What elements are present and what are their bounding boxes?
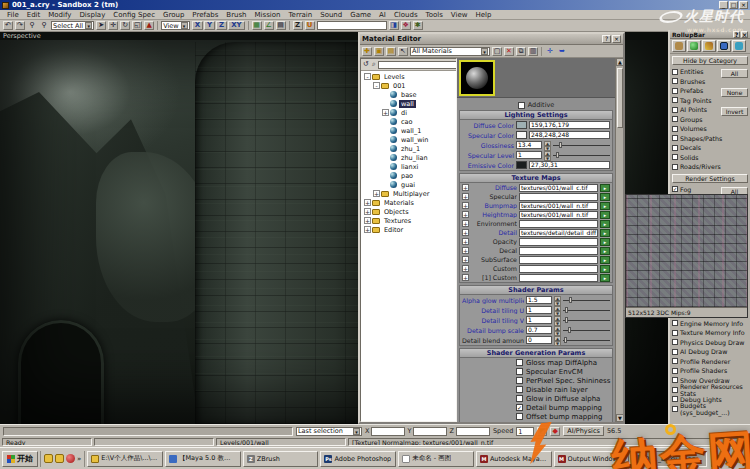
- checkbox-solids[interactable]: [672, 154, 678, 160]
- refresh-icon[interactable]: ↺: [362, 60, 370, 69]
- tree-item-zhu-lian[interactable]: zhu_lian: [361, 153, 456, 162]
- checkbox-profile-shaders[interactable]: [672, 368, 678, 374]
- menu-prefabs[interactable]: Prefabs: [188, 11, 222, 19]
- chevron-down-icon[interactable]: ▾: [181, 22, 188, 29]
- texture-maps-header[interactable]: Texture Maps: [460, 174, 612, 183]
- checkbox-roads-rivers[interactable]: [672, 164, 678, 170]
- realplayer-icon[interactable]: [66, 454, 75, 463]
- material-preview-thumbnail[interactable]: [459, 60, 495, 96]
- map-path-field[interactable]: [519, 238, 598, 246]
- taskbar-button-output-window[interactable]: MOutput Window: [554, 451, 630, 467]
- checkbox-perpixel-spec-shininess[interactable]: [516, 377, 523, 384]
- color-swatch[interactable]: [516, 161, 527, 169]
- load-material-icon[interactable]: ▤: [386, 47, 396, 56]
- browse-button[interactable]: ▸: [600, 256, 610, 264]
- spinner[interactable]: ▲▼: [554, 296, 561, 304]
- prop-value[interactable]: 27,30,31: [529, 161, 610, 169]
- snap-grid-icon[interactable]: ▦: [252, 21, 262, 30]
- spinner[interactable]: ▲▼: [544, 151, 551, 159]
- checkbox-engine-memory-info[interactable]: [672, 320, 678, 326]
- minimize-icon[interactable]: _: [719, 1, 728, 9]
- map-expander-icon[interactable]: +: [462, 265, 469, 272]
- spin-down-icon[interactable]: ▼: [554, 341, 561, 346]
- browse-button[interactable]: ▸: [600, 238, 610, 246]
- slider-thumb[interactable]: [568, 327, 571, 333]
- tab-terrain[interactable]: [687, 40, 701, 52]
- slider-thumb[interactable]: [556, 152, 559, 158]
- prop-slider[interactable]: [553, 151, 610, 159]
- map-expander-icon[interactable]: +: [462, 256, 469, 263]
- map-path-field[interactable]: [519, 220, 598, 228]
- tray-icon[interactable]: [716, 455, 724, 463]
- checkbox-groups[interactable]: [672, 116, 678, 122]
- axis-field-x[interactable]: [371, 427, 405, 436]
- unlink-icon[interactable]: ⚲: [39, 21, 49, 30]
- spinner[interactable]: ▲▼: [544, 141, 551, 149]
- slider-thumb[interactable]: [559, 142, 562, 148]
- tree-expander-icon[interactable]: -: [364, 73, 371, 80]
- viewport-label[interactable]: Perspective: [3, 32, 41, 40]
- tray-icon[interactable]: [726, 455, 734, 463]
- checkbox-fog[interactable]: ✓: [672, 186, 678, 192]
- select-arrow-icon[interactable]: ➤: [96, 21, 106, 30]
- spinner[interactable]: ▲▼: [554, 336, 561, 344]
- axis-field-z[interactable]: [456, 427, 490, 436]
- taskbar-button-item[interactable]: 未命名 - 画图: [398, 451, 474, 467]
- param-value[interactable]: 1: [526, 316, 552, 324]
- spinner[interactable]: ▲▼: [554, 326, 561, 334]
- folder-icon[interactable]: [55, 454, 64, 463]
- checkbox-ai-points[interactable]: [672, 107, 678, 113]
- folder-icon[interactable]: [44, 454, 53, 463]
- browse-button[interactable]: ▸: [600, 274, 610, 282]
- map-expander-icon[interactable]: +: [462, 184, 469, 191]
- map-path-field[interactable]: [519, 193, 598, 201]
- axis-y-button[interactable]: Y: [204, 21, 215, 30]
- hide-by-category-button[interactable]: Hide by Category: [672, 56, 748, 65]
- axis-xy-button[interactable]: XY: [228, 21, 244, 30]
- taskbar-button-001-a-cry-sandb[interactable]: 001_a.cry - Sandb...: [631, 451, 707, 467]
- all-button[interactable]: All: [721, 69, 748, 78]
- param-slider[interactable]: [563, 336, 610, 344]
- taskbar-button-maya-5-0[interactable]: 【Maya 5.0 教程】...: [165, 451, 241, 467]
- checkbox-budgets-sys-budget[interactable]: [672, 406, 678, 412]
- tree-expander-icon[interactable]: -: [373, 82, 380, 89]
- tree-item-zhu-1[interactable]: zhu_1: [361, 144, 456, 153]
- taskbar-button-autodesk-maya-2008[interactable]: MAutodesk Maya 2008: [476, 451, 552, 467]
- map-path-field[interactable]: [519, 256, 598, 264]
- taskbar-button-zbrush[interactable]: ZZBrush: [243, 451, 319, 467]
- menu-sound[interactable]: Sound: [316, 11, 346, 19]
- rollupbar-titlebar[interactable]: RollupBar ?×: [670, 30, 750, 39]
- tree-expander-icon[interactable]: +: [373, 190, 380, 197]
- tree-item-cao[interactable]: cao: [361, 117, 456, 126]
- tree-expander-icon[interactable]: +: [364, 226, 371, 233]
- tree-item-textures[interactable]: +Textures: [361, 216, 456, 225]
- chevron-down-icon[interactable]: ▾: [481, 48, 488, 55]
- new-item-icon[interactable]: ▢: [492, 47, 502, 56]
- param-value[interactable]: 1.5: [526, 296, 552, 304]
- menu-file[interactable]: File: [3, 11, 23, 19]
- prop-value[interactable]: 13.4: [516, 141, 542, 149]
- tree-item-wall-win[interactable]: wall_win: [361, 135, 456, 144]
- tree-item-base[interactable]: base: [361, 90, 456, 99]
- tree-item-levels[interactable]: -Levels: [361, 72, 456, 81]
- speed-input[interactable]: 1: [516, 427, 534, 436]
- taskbar-button-adobe-photoshop[interactable]: PsAdobe Photoshop: [320, 451, 396, 467]
- menu-ai[interactable]: AI: [375, 11, 390, 19]
- checkbox-debug-lights[interactable]: [672, 396, 678, 402]
- start-button[interactable]: 开始: [2, 451, 38, 467]
- param-value[interactable]: 1: [526, 306, 552, 314]
- rotate-icon[interactable]: ↻: [120, 21, 130, 30]
- tree-expander-icon[interactable]: +: [364, 217, 371, 224]
- tree-expander-icon[interactable]: +: [364, 199, 371, 206]
- menu-mission[interactable]: Mission: [251, 11, 285, 19]
- checkbox-detail-bump-mapping[interactable]: ✓: [516, 404, 523, 411]
- tab-modelling[interactable]: [702, 40, 716, 52]
- help-icon[interactable]: ?: [733, 31, 740, 38]
- color-swatch[interactable]: [516, 131, 527, 139]
- tree-item-001[interactable]: -001: [361, 81, 456, 90]
- checkbox-brushes[interactable]: [672, 78, 678, 84]
- tree-item-pao[interactable]: pao: [361, 171, 456, 180]
- map-path-field[interactable]: textures/detail/detail_diff_rock_ddn.dds: [519, 229, 598, 237]
- add-material-icon[interactable]: ✚: [362, 47, 372, 56]
- checkbox-offset-bump-mapping[interactable]: [516, 413, 523, 420]
